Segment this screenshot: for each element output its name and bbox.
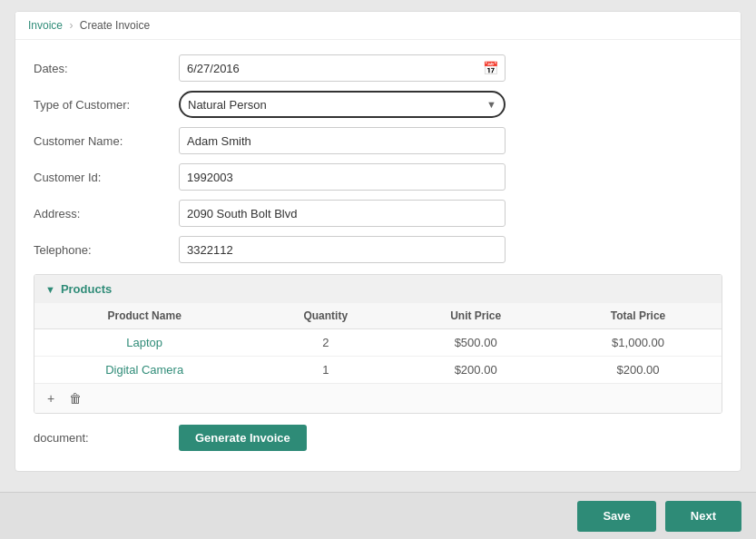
- unit-price-cell: $200.00: [397, 357, 555, 384]
- col-quantity: Quantity: [254, 303, 397, 329]
- product-name-cell: Laptop: [34, 329, 254, 357]
- customer-name-input[interactable]: [179, 127, 506, 154]
- quantity-cell: 2: [254, 329, 397, 357]
- breadcrumb-current: Create Invoice: [80, 19, 150, 32]
- col-unit-price: Unit Price: [397, 303, 555, 329]
- dates-input[interactable]: [179, 54, 506, 82]
- breadcrumb-parent[interactable]: Invoice: [28, 19, 63, 32]
- type-of-customer-select[interactable]: Natural Person Legal Entity: [179, 91, 506, 118]
- calendar-icon[interactable]: 📅: [483, 61, 498, 75]
- customer-id-input[interactable]: [179, 163, 506, 191]
- table-row: Digital Camera 1 $200.00 $200.00: [34, 357, 722, 384]
- products-title: Products: [61, 282, 112, 296]
- customer-id-row: Customer Id:: [34, 163, 722, 191]
- next-button[interactable]: Next: [665, 501, 741, 532]
- unit-price-cell: $500.00: [397, 329, 555, 357]
- type-of-customer-wrapper: Natural Person Legal Entity ▼: [179, 91, 506, 118]
- main-container: Invoice › Create Invoice Dates: 📅 Type o…: [0, 0, 756, 539]
- table-header-row: Product Name Quantity Unit Price Total P…: [34, 303, 722, 329]
- telephone-label: Telephone:: [34, 243, 179, 257]
- table-actions: + 🗑: [34, 383, 722, 413]
- address-input[interactable]: [179, 200, 506, 227]
- document-label: document:: [34, 431, 179, 445]
- type-of-customer-row: Type of Customer: Natural Person Legal E…: [34, 91, 722, 118]
- product-name-cell: Digital Camera: [34, 357, 254, 384]
- delete-row-button[interactable]: 🗑: [65, 389, 85, 407]
- save-button[interactable]: Save: [577, 501, 655, 532]
- generate-invoice-button[interactable]: Generate Invoice: [179, 425, 307, 451]
- collapse-icon[interactable]: ▼: [45, 284, 55, 295]
- customer-name-label: Customer Name:: [34, 134, 179, 148]
- dates-row: Dates: 📅: [34, 54, 722, 82]
- breadcrumb: Invoice › Create Invoice: [15, 12, 741, 40]
- invoice-card: Invoice › Create Invoice Dates: 📅 Type o…: [15, 11, 741, 472]
- dates-label: Dates:: [34, 62, 179, 75]
- telephone-input[interactable]: [179, 236, 506, 263]
- add-row-button[interactable]: +: [44, 389, 58, 407]
- date-wrapper: 📅: [179, 54, 506, 82]
- col-total-price: Total Price: [555, 303, 722, 329]
- form-body: Dates: 📅 Type of Customer: Natural Perso…: [15, 40, 741, 471]
- type-of-customer-label: Type of Customer:: [34, 98, 179, 112]
- total-price-cell: $1,000.00: [555, 329, 722, 357]
- address-label: Address:: [34, 207, 179, 220]
- quantity-cell: 1: [254, 357, 397, 384]
- customer-id-label: Customer Id:: [34, 171, 179, 184]
- content-area: Invoice › Create Invoice Dates: 📅 Type o…: [0, 0, 756, 492]
- total-price-cell: $200.00: [555, 357, 722, 384]
- table-row: Laptop 2 $500.00 $1,000.00: [34, 329, 722, 357]
- footer: Save Next: [0, 492, 756, 539]
- products-header: ▼ Products: [34, 275, 722, 303]
- breadcrumb-separator: ›: [69, 19, 73, 32]
- products-section: ▼ Products Product Name Quantity Unit Pr…: [34, 274, 722, 414]
- document-row: document: Generate Invoice: [34, 425, 722, 451]
- address-row: Address:: [34, 200, 722, 227]
- products-table: Product Name Quantity Unit Price Total P…: [34, 303, 722, 383]
- telephone-row: Telephone:: [34, 236, 722, 263]
- col-product-name: Product Name: [34, 303, 254, 329]
- customer-name-row: Customer Name:: [34, 127, 722, 154]
